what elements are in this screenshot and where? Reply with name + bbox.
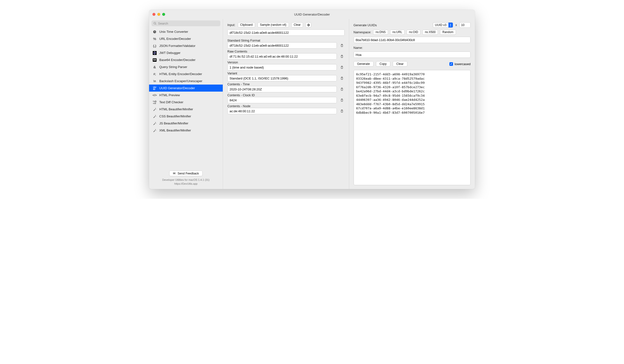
sidebar-item-base64-encoder-decoder[interactable]: 64Base64 Encoder/Decoder (149, 56, 223, 63)
namespace-preset-ns-x500[interactable]: ns:X500 (422, 30, 438, 35)
b64-icon: 64 (153, 58, 157, 62)
stepper-arrows-icon: ▲▼ (448, 23, 453, 27)
decoded-field-value[interactable] (227, 53, 337, 60)
main-content: Input: Clipboard Sample (random v4) Clea… (223, 19, 475, 189)
uuid-input-field[interactable] (227, 29, 345, 36)
clipboard-button[interactable]: Clipboard (238, 22, 255, 27)
clear-input-button[interactable]: Clear (291, 22, 303, 27)
namespace-label: Namespace: (354, 30, 371, 34)
bslash-icon: \n (153, 79, 157, 83)
sidebar-item-unix-time-converter[interactable]: Unix Time Converter (149, 28, 223, 35)
decoded-field-value[interactable] (227, 42, 337, 49)
decoded-field-row (227, 53, 345, 60)
titlebar: UUID Generator/Decoder (149, 10, 475, 19)
sidebar-item-html-preview[interactable]: </>HTML Preview (149, 92, 223, 99)
clock-icon (153, 30, 157, 34)
sidebar-item-label: JSON Formatter/Validator (159, 44, 196, 48)
sidebar-item-jwt-debugger[interactable]: JWT Debugger (149, 49, 223, 56)
svg-line-1 (156, 24, 156, 24)
sidebar-item-label: Text Diff Checker (159, 100, 183, 104)
sample-button[interactable]: Sample (random v4) (258, 22, 289, 27)
amp-icon: & (153, 65, 157, 69)
decoded-field-value[interactable] (227, 108, 337, 114)
check-icon: ✓ (449, 62, 453, 66)
hash-icon: #; (153, 72, 157, 76)
zoom-window-button[interactable] (162, 13, 165, 16)
window-title: UUID Generator/Decoder (149, 13, 475, 16)
clear-output-button[interactable]: Clear (393, 61, 407, 67)
name-label: Name: (354, 46, 471, 49)
count-input[interactable] (459, 22, 470, 28)
sidebar-item-label: HTML Beautifier/Minifier (159, 107, 193, 111)
decoded-field-row (227, 42, 345, 49)
window-body: Unix Time Converter%URL Encoder/Decoder{… (149, 19, 475, 189)
sidebar-item-label: UUID Generator/Decoder (159, 86, 195, 90)
input-label: Input: (227, 23, 235, 27)
decoded-field-row (227, 64, 345, 71)
sidebar-item-js-beautifier-minifier[interactable]: JS Beautifier/Minifier (149, 120, 223, 127)
copy-field-button[interactable] (339, 97, 345, 103)
namespace-input[interactable] (354, 37, 471, 43)
copy-field-button[interactable] (339, 43, 345, 48)
settings-button[interactable] (305, 22, 311, 27)
sidebar-item-json-formatter-validator[interactable]: {,}JSON Formatter/Validator (149, 42, 223, 49)
sidebar-item-label: HTML Entity Encoder/Decoder (159, 72, 202, 76)
generate-button[interactable]: Generate (354, 61, 373, 67)
traffic-lights (153, 13, 165, 16)
sidebar-item-html-entity-encoder-decoder[interactable]: #;HTML Entity Encoder/Decoder (149, 71, 223, 77)
decoded-field-label: Standard String Format (227, 39, 345, 42)
decoded-field-label: Contents - Clock ID (227, 93, 345, 97)
app-version-text: Developer Utilities for macOS 1.4.1 (31) (152, 178, 220, 182)
copy-field-button[interactable] (339, 108, 345, 114)
namespace-preset-ns-url[interactable]: ns:URL (390, 30, 405, 35)
sidebar-item-xml-beautifier-minifier[interactable]: XML Beautifier/Minifier (149, 127, 223, 134)
copy-field-button[interactable] (339, 87, 345, 92)
decoded-field-label: Contents - Node (227, 104, 345, 108)
generate-title: Generate UUIDs (354, 23, 377, 27)
copy-field-button[interactable] (339, 54, 345, 59)
decoded-field-value[interactable] (227, 75, 337, 81)
send-feedback-button[interactable]: ✉ Send Feedback (169, 170, 203, 176)
sidebar-item-label: XML Beautifier/Minifier (159, 128, 191, 132)
copy-output-button[interactable]: Copy (376, 61, 390, 67)
sidebar-item-label: CSS Beautifier/Minifier (159, 115, 191, 118)
sidebar-item-html-beautifier-minifier[interactable]: HTML Beautifier/Minifier (149, 106, 223, 113)
sidebar-item-uuid-generator-decoder[interactable]: UUIDUUID Generator/Decoder (149, 85, 223, 92)
uuid-version-select[interactable]: UUID v3 ▲▼ (433, 22, 453, 28)
sidebar-item-css-beautifier-minifier[interactable]: CSS Beautifier/Minifier (149, 113, 223, 120)
diff-icon: +ab-cd (153, 100, 157, 104)
jwt-icon (153, 51, 157, 55)
minimize-window-button[interactable] (157, 13, 160, 16)
svg-rect-3 (155, 51, 155, 52)
app-url-text: https://DevUtils.app (152, 182, 220, 186)
decoded-field-value[interactable] (227, 86, 337, 92)
copy-field-button[interactable] (339, 65, 345, 70)
clipboard-icon (340, 76, 344, 80)
sidebar-item-query-string-parser[interactable]: &Query String Parser (149, 63, 223, 71)
sidebar-item-text-diff-checker[interactable]: +ab-cdText Diff Checker (149, 99, 223, 106)
percent-icon: % (153, 37, 157, 41)
generator-header: Generate UUIDs UUID v3 ▲▼ x (354, 22, 471, 28)
lowercased-checkbox[interactable]: ✓ lowercased (449, 62, 470, 66)
sidebar-item-url-encoder-decoder[interactable]: %URL Encoder/Decoder (149, 35, 223, 42)
decoded-field-value[interactable] (227, 97, 337, 103)
braces-icon: {,} (153, 44, 157, 48)
decoded-field-label: Version (227, 61, 345, 64)
decoder-panel: Input: Clipboard Sample (random v4) Clea… (223, 19, 349, 189)
sidebar-item-label: Unix Time Converter (159, 30, 188, 34)
clipboard-icon (340, 55, 344, 58)
uuid-output-area[interactable]: 6c95ef21-215f-4dd3-a698-44919a369770 033… (354, 70, 471, 185)
wand-icon (153, 128, 157, 133)
search-field[interactable] (152, 20, 220, 26)
sidebar-item-backslash-escaper-unescaper[interactable]: \nBackslash Escaper/Unescaper (149, 77, 223, 85)
namespace-preset-random[interactable]: Random (440, 30, 456, 35)
close-window-button[interactable] (153, 13, 156, 16)
lowercased-label: lowercased (454, 62, 470, 66)
copy-field-button[interactable] (339, 75, 345, 81)
name-input[interactable] (354, 51, 471, 58)
namespace-preset-ns-dns[interactable]: ns:DNS (373, 30, 388, 35)
decoded-field-row (227, 108, 345, 114)
namespace-preset-ns-oid[interactable]: ns:OID (407, 30, 420, 35)
search-input[interactable] (158, 22, 218, 25)
decoded-field-value[interactable] (227, 64, 337, 71)
